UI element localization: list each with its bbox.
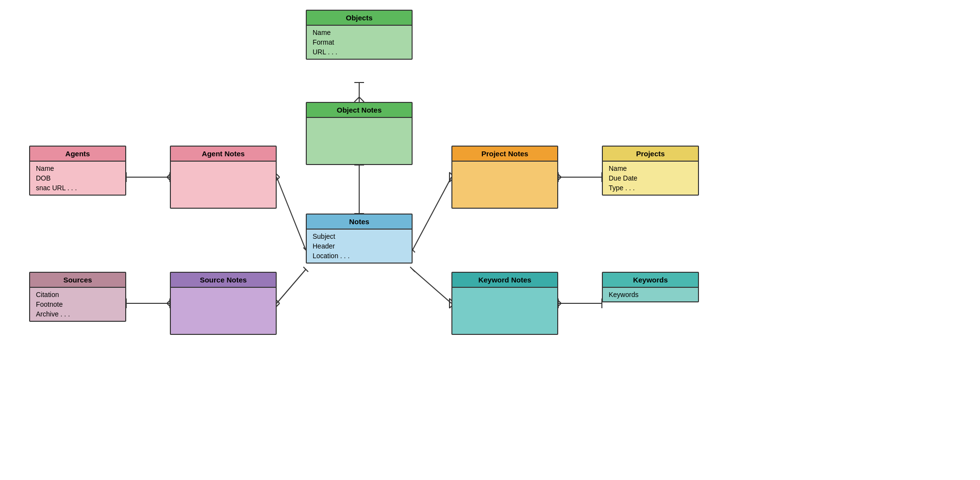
agents-field-3: snac URL . . . [36,184,119,192]
keywords-header: Keywords [603,273,698,288]
notes-entity: Notes Subject Header Location . . . [306,214,413,264]
agents-body: Name DOB snac URL . . . [30,162,125,195]
projects-field-3: Type . . . [609,184,692,192]
svg-line-20 [413,177,451,250]
agent-notes-body [171,162,276,208]
projects-body: Name Due Date Type . . . [603,162,698,195]
svg-line-15 [277,177,306,250]
keywords-field-1: Keywords [609,291,692,298]
notes-header: Notes [307,215,412,230]
agents-header: Agents [30,147,125,162]
project-notes-header: Project Notes [452,147,557,162]
project-notes-entity: Project Notes [451,146,558,209]
projects-field-2: Due Date [609,174,692,182]
svg-line-41 [410,267,415,272]
source-notes-body [171,288,276,334]
object-notes-body [307,118,412,164]
sources-field-2: Footnote [36,300,119,308]
agent-notes-entity: Agent Notes [170,146,277,209]
sources-field-1: Citation [36,291,119,298]
svg-line-40 [413,269,451,303]
svg-line-1 [354,97,359,102]
objects-field-2: Format [313,38,406,46]
source-notes-header: Source Notes [171,273,276,288]
keywords-entity: Keywords Keywords [602,272,699,302]
agent-notes-header: Agent Notes [171,147,276,162]
projects-header: Projects [603,147,698,162]
agents-field-1: Name [36,165,119,172]
sources-field-3: Archive . . . [36,310,119,318]
notes-field-2: Header [313,242,406,250]
sources-body: Citation Footnote Archive . . . [30,288,125,321]
sources-entity: Sources Citation Footnote Archive . . . [29,272,126,322]
objects-field-3: URL . . . [313,48,406,56]
object-notes-entity: Object Notes [306,102,413,165]
notes-body: Subject Header Location . . . [307,230,412,263]
svg-line-39 [303,267,308,272]
notes-field-1: Subject [313,232,406,240]
objects-entity: Objects Name Format URL . . . [306,10,413,60]
svg-line-2 [359,97,364,102]
keyword-notes-header: Keyword Notes [452,273,557,288]
object-notes-header: Object Notes [307,103,412,118]
notes-field-3: Location . . . [313,252,406,260]
agents-entity: Agents Name DOB snac URL . . . [29,146,126,196]
objects-field-1: Name [313,29,406,36]
keyword-notes-body [452,288,557,334]
diagram: Objects Name Format URL . . . Object Not… [0,0,980,480]
projects-field-1: Name [609,165,692,172]
keywords-body: Keywords [603,288,698,301]
projects-entity: Projects Name Due Date Type . . . [602,146,699,196]
sources-header: Sources [30,273,125,288]
connections-svg [0,0,980,480]
keyword-notes-entity: Keyword Notes [451,272,558,335]
objects-header: Objects [307,11,412,26]
project-notes-body [452,162,557,208]
svg-line-35 [277,269,306,303]
objects-body: Name Format URL . . . [307,26,412,59]
agents-field-2: DOB [36,174,119,182]
source-notes-entity: Source Notes [170,272,277,335]
